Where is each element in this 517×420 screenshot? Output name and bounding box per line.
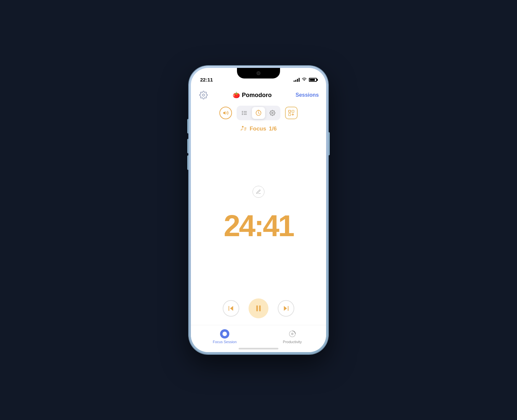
home-indicator xyxy=(239,348,278,349)
app-title-text: Pomodoro xyxy=(242,92,272,99)
svg-point-23 xyxy=(291,333,293,335)
timer-display: 24:41 xyxy=(224,211,293,241)
pause-button[interactable] xyxy=(249,298,268,318)
focus-session-icon xyxy=(220,329,229,339)
edit-button[interactable] xyxy=(253,186,264,198)
notch xyxy=(237,68,280,79)
focus-count: 1/6 xyxy=(269,126,277,132)
svg-rect-9 xyxy=(289,110,291,112)
svg-rect-18 xyxy=(257,305,258,311)
focus-indicator: Focus 1/6 xyxy=(191,124,326,138)
tab-bar-item-productivity[interactable]: Productivity xyxy=(258,329,326,344)
phone-screen: 22:11 xyxy=(191,68,326,352)
tab-bar-item-focus-session[interactable]: Focus Session xyxy=(191,329,258,344)
add-task-button[interactable] xyxy=(285,107,298,119)
settings-button[interactable] xyxy=(198,90,209,100)
status-time: 22:11 xyxy=(200,77,213,82)
app-header: 🍅 Pomodoro Sessions xyxy=(191,85,326,104)
svg-point-12 xyxy=(242,126,244,128)
phone-device: 22:11 xyxy=(189,66,328,354)
scene: 22:11 xyxy=(0,0,517,420)
volume-button[interactable] xyxy=(219,107,232,119)
signal-icon xyxy=(294,78,300,82)
focus-session-label: Focus Session xyxy=(213,340,237,344)
svg-point-4 xyxy=(242,111,243,112)
tab-settings[interactable] xyxy=(266,107,279,119)
status-icons xyxy=(294,77,317,82)
svg-rect-19 xyxy=(259,305,260,311)
sessions-button[interactable]: Sessions xyxy=(296,92,319,98)
tab-list[interactable] xyxy=(238,107,251,119)
svg-point-5 xyxy=(242,113,243,113)
wifi-icon xyxy=(302,77,307,82)
svg-point-6 xyxy=(242,114,243,115)
forward-button[interactable] xyxy=(278,300,294,317)
app-title: 🍅 Pomodoro xyxy=(233,91,272,99)
productivity-label: Productivity xyxy=(283,340,302,344)
svg-marker-20 xyxy=(284,306,287,311)
battery-icon xyxy=(309,78,317,82)
tab-timer[interactable] xyxy=(252,107,265,119)
timer-area: 24:41 xyxy=(191,138,326,289)
app-content: 🍅 Pomodoro Sessions xyxy=(191,85,326,352)
camera xyxy=(257,71,260,75)
tab-group xyxy=(237,106,280,120)
productivity-icon xyxy=(288,329,297,339)
rewind-button[interactable] xyxy=(223,300,239,317)
focus-label: Focus xyxy=(250,126,266,132)
playback-controls xyxy=(191,289,326,325)
focus-icon xyxy=(240,125,247,133)
svg-point-8 xyxy=(272,112,273,114)
svg-rect-11 xyxy=(289,114,291,116)
svg-point-0 xyxy=(202,94,205,96)
tomato-emoji: 🍅 xyxy=(233,91,240,99)
svg-marker-16 xyxy=(230,306,233,311)
svg-rect-10 xyxy=(292,110,294,112)
toolbar xyxy=(191,104,326,124)
